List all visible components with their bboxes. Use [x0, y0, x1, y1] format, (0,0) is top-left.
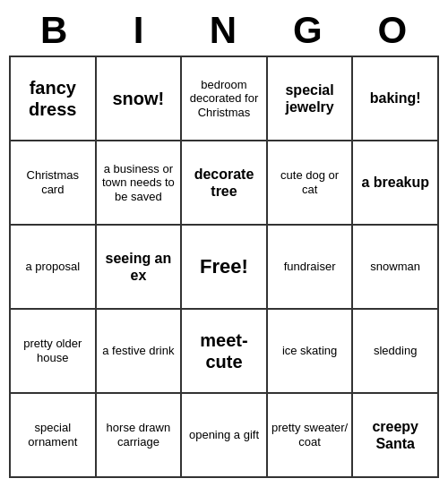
bingo-cell-0: fancy dress: [11, 57, 97, 141]
bingo-cell-2: bedroom decorated for Christmas: [182, 57, 268, 141]
bingo-cell-5: Christmas card: [11, 141, 97, 226]
bingo-grid: fancy dresssnow!bedroom decorated for Ch…: [9, 56, 439, 478]
bingo-cell-10: a proposal: [11, 226, 97, 310]
bingo-cell-8: cute dog or cat: [268, 141, 354, 226]
bingo-cell-16: a festive drink: [97, 310, 183, 394]
bingo-cell-19: sledding: [353, 310, 439, 394]
bingo-cell-18: ice skating: [268, 310, 354, 394]
title-i: I: [97, 9, 181, 52]
bingo-cell-1: snow!: [97, 57, 183, 141]
bingo-cell-17: meet-cute: [182, 310, 268, 394]
bingo-cell-12: Free!: [182, 226, 268, 310]
title-g: G: [266, 9, 350, 52]
bingo-cell-11: seeing an ex: [97, 226, 183, 310]
bingo-cell-21: horse drawn carriage: [97, 394, 183, 478]
bingo-cell-22: opening a gift: [182, 394, 268, 478]
title-o: O: [351, 9, 435, 52]
bingo-cell-6: a business or town needs to be saved: [97, 141, 183, 226]
bingo-cell-14: snowman: [353, 226, 439, 310]
bingo-title: B I N G O: [9, 9, 439, 52]
bingo-cell-20: special ornament: [11, 394, 97, 478]
title-n: N: [182, 9, 266, 52]
bingo-cell-7: decorate tree: [182, 141, 268, 226]
bingo-cell-3: special jewelry: [268, 57, 354, 141]
bingo-cell-4: baking!: [353, 57, 439, 141]
bingo-cell-13: fundraiser: [268, 226, 354, 310]
bingo-cell-24: creepy Santa: [353, 394, 439, 478]
bingo-cell-23: pretty sweater/ coat: [268, 394, 354, 478]
bingo-cell-9: a breakup: [353, 141, 439, 226]
bingo-cell-15: pretty older house: [11, 310, 97, 394]
title-b: B: [13, 9, 97, 52]
